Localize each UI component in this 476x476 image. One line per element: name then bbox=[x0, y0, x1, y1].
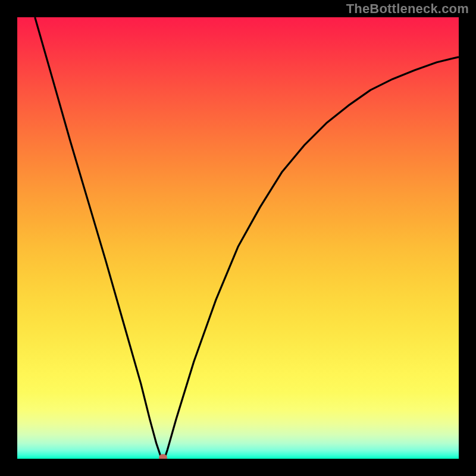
curve-path bbox=[35, 17, 459, 459]
watermark-text: TheBottleneck.com bbox=[346, 1, 469, 17]
bottleneck-curve bbox=[17, 17, 459, 459]
plot-area bbox=[17, 17, 459, 459]
optimum-marker bbox=[159, 454, 167, 459]
chart-frame: TheBottleneck.com bbox=[0, 0, 476, 476]
